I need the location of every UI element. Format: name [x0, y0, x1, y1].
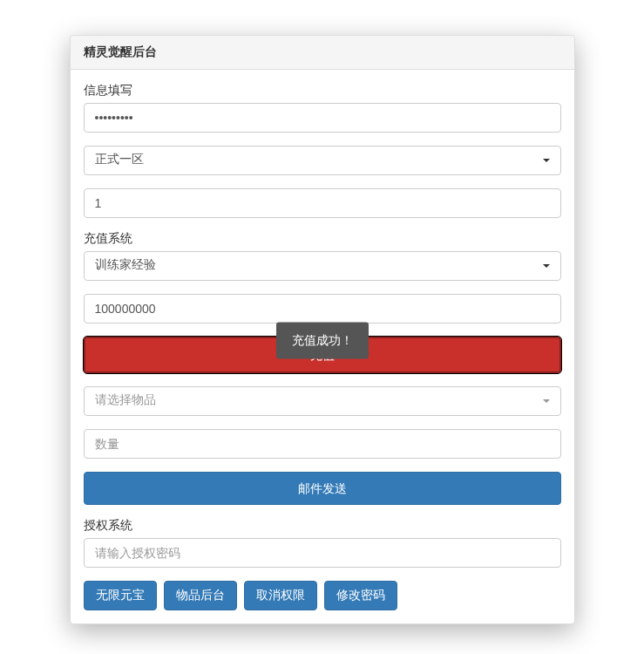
toast-message: 充值成功！ — [292, 333, 353, 347]
item-admin-button[interactable]: 物品后台 — [164, 581, 237, 610]
panel-title: 精灵觉醒后台 — [84, 44, 561, 60]
success-toast: 充值成功！ — [276, 323, 369, 359]
action-button-row: 无限元宝 物品后台 取消权限 修改密码 — [84, 581, 561, 610]
amount-input[interactable] — [84, 294, 561, 324]
quantity-input[interactable] — [84, 429, 561, 459]
recharge-section-label: 充值系统 — [84, 231, 561, 247]
item-select[interactable]: 请选择物品 — [84, 386, 561, 416]
admin-panel: 精灵觉醒后台 信息填写 正式一区 充值系统 训练家经验 充值 请选择物品 邮件发… — [70, 35, 575, 624]
mail-send-button[interactable]: 邮件发送 — [84, 472, 561, 505]
revoke-permission-button[interactable]: 取消权限 — [244, 581, 317, 610]
panel-header: 精灵觉醒后台 — [71, 36, 574, 70]
change-password-button[interactable]: 修改密码 — [324, 581, 397, 610]
caret-down-icon — [543, 159, 550, 162]
auth-section-label: 授权系统 — [84, 518, 561, 534]
id-input[interactable] — [84, 188, 561, 218]
recharge-type-select[interactable]: 训练家经验 — [84, 251, 561, 281]
server-select-value: 正式一区 — [95, 152, 144, 166]
password-input[interactable] — [84, 103, 561, 133]
auth-password-input[interactable] — [84, 538, 561, 568]
caret-down-icon — [543, 264, 550, 268]
item-select-placeholder: 请选择物品 — [95, 392, 156, 406]
unlimited-gold-button[interactable]: 无限元宝 — [84, 581, 157, 610]
server-select[interactable]: 正式一区 — [84, 146, 561, 175]
recharge-type-value: 训练家经验 — [95, 257, 156, 271]
caret-down-icon — [543, 399, 550, 403]
info-section-label: 信息填写 — [84, 83, 561, 99]
